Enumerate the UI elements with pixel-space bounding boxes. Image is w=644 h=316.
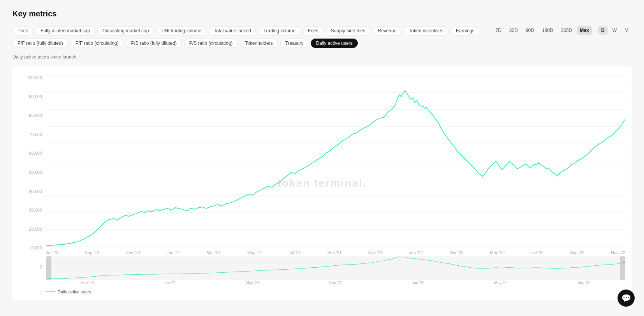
time-btn-7d[interactable]: 7D	[493, 26, 505, 35]
main-chart	[46, 75, 625, 247]
x-label: Mar '21	[207, 250, 221, 255]
filter-uni-trading-volume[interactable]: UNI trading volume	[156, 26, 206, 35]
mini-x-labels: Sep '20Jan '21May '21Sep '21Jan '22May '…	[46, 280, 625, 286]
filter-token-incentives[interactable]: Token incentives	[404, 26, 449, 35]
mini-x-label: Sep '22	[577, 281, 591, 285]
filter-circulating-market-cap[interactable]: Circulating market cap	[97, 26, 154, 35]
mini-handle-left[interactable]	[46, 256, 51, 280]
time-btn-180d[interactable]: 180D	[539, 26, 556, 35]
time-btn-d[interactable]: D	[598, 26, 608, 35]
mini-x-label: May '21	[246, 281, 259, 285]
filter-supply-side-fees[interactable]: Supply-side fees	[326, 26, 371, 35]
chart-subtitle: Daily active users since launch.	[12, 54, 632, 60]
y-label: 0	[19, 265, 42, 269]
filter-total-value-locked[interactable]: Total value locked	[209, 26, 256, 35]
filters-row1: PriceFully diluted market capCirculating…	[12, 26, 493, 35]
filter-p/f-ratio-(fully-diluted)[interactable]: P/F ratio (fully diluted)	[12, 39, 68, 48]
filter-revenue[interactable]: Revenue	[373, 26, 401, 35]
time-btn-30d[interactable]: 30D	[506, 26, 521, 35]
y-label: 60,000	[19, 151, 42, 155]
y-label: 50,000	[19, 170, 42, 175]
page-title: Key metrics	[12, 9, 632, 18]
filter-price[interactable]: Price	[12, 26, 33, 35]
time-btn-w[interactable]: W	[609, 26, 620, 35]
x-label: Nov '21	[368, 250, 383, 255]
y-label: 80,000	[19, 113, 42, 118]
time-controls: 7D30D90D180D365DMax|DWM	[493, 26, 632, 35]
x-label: May '21	[247, 250, 262, 255]
filter-p/s-ratio-(circulating)[interactable]: P/S ratio (circulating)	[184, 39, 238, 48]
filter-daily-active-users[interactable]: Daily active users	[311, 39, 357, 48]
filter-earnings[interactable]: Earnings	[451, 26, 479, 35]
mini-chart-svg	[46, 256, 625, 280]
x-label: Nov '20	[125, 250, 140, 255]
x-label: Jul '21	[289, 250, 301, 255]
chart-container: Jul '20Sep '20Nov '20Jan '21Mar '21May '…	[46, 75, 625, 255]
chat-button[interactable]: 💬	[618, 290, 635, 307]
time-btn-365d[interactable]: 365D	[558, 26, 575, 35]
chart-area: token terminal. 100,00090,00080,00070,00…	[12, 66, 632, 300]
x-label: Mar '22	[449, 250, 463, 255]
x-label: Jul '20	[46, 250, 58, 255]
filter-fully-diluted-market-cap[interactable]: Fully diluted market cap	[35, 26, 95, 35]
time-separator: |	[595, 28, 596, 34]
mini-x-label: May '22	[494, 281, 508, 285]
mini-x-label: Sep '20	[81, 281, 94, 285]
y-axis: 100,00090,00080,00070,00060,00050,00040,…	[19, 75, 42, 269]
y-label: 20,000	[19, 227, 42, 231]
y-label: 10,000	[19, 245, 42, 250]
legend-line	[46, 291, 55, 292]
mini-chart[interactable]	[46, 256, 625, 280]
mini-x-label: Jan '22	[412, 281, 424, 285]
mini-handle-right[interactable]	[620, 256, 625, 280]
time-btn-max[interactable]: Max	[577, 26, 592, 35]
x-label: Sep '21	[327, 250, 342, 255]
x-label: Jan '22	[409, 250, 423, 255]
filter-tokenholders[interactable]: Tokenholders	[240, 39, 278, 48]
time-btn-m[interactable]: M	[621, 26, 632, 35]
x-label: Sep '20	[84, 250, 99, 255]
mini-x-label: Jan '21	[164, 281, 176, 285]
y-label: 70,000	[19, 132, 42, 137]
legend-label: Daily active users	[58, 290, 91, 294]
filter-fees[interactable]: Fees	[303, 26, 324, 35]
filter-trading-volume[interactable]: Trading volume	[259, 26, 301, 35]
filter-p/s-ratio-(fully-diluted)[interactable]: P/S ratio (fully diluted)	[126, 39, 181, 48]
x-label: Jul '22	[531, 250, 543, 255]
y-label: 30,000	[19, 208, 42, 212]
legend: Daily active users	[46, 290, 625, 294]
x-axis: Jul '20Sep '20Nov '20Jan '21Mar '21May '…	[46, 248, 625, 255]
x-label: Sep '22	[570, 250, 584, 255]
y-label: 90,000	[19, 94, 42, 99]
filters-row2: P/F ratio (fully diluted)P/F ratio (circ…	[12, 39, 493, 48]
x-label: Nov '22	[611, 250, 625, 255]
x-label: May '22	[490, 250, 505, 255]
mini-x-label: Sep '21	[329, 281, 342, 285]
x-label: Jan '21	[166, 250, 180, 255]
y-label: 100,000	[19, 75, 42, 80]
filter-treasury[interactable]: Treasury	[280, 39, 309, 48]
filter-p/f-ratio-(circulating)[interactable]: P/F ratio (circulating)	[70, 39, 124, 48]
y-label: 40,000	[19, 189, 42, 194]
time-btn-90d[interactable]: 90D	[523, 26, 537, 35]
